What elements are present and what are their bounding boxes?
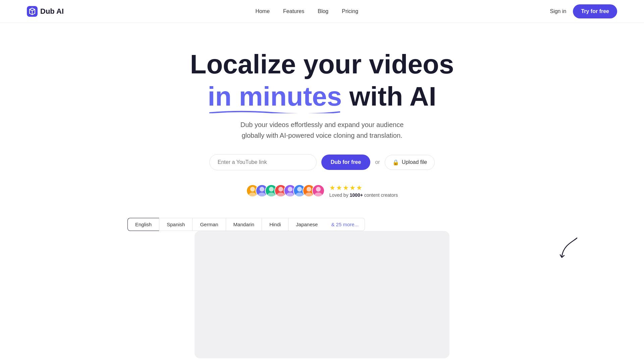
hero-highlight: in minutes bbox=[208, 82, 342, 111]
lang-tab-english[interactable]: English bbox=[127, 218, 159, 231]
lang-tab-japanese[interactable]: Japanese bbox=[288, 218, 325, 231]
svg-point-1 bbox=[250, 187, 255, 191]
hero-title-rest: with AI bbox=[342, 81, 436, 111]
svg-point-2 bbox=[249, 192, 256, 196]
svg-point-13 bbox=[307, 187, 311, 191]
lang-tab-hindi[interactable]: Hindi bbox=[262, 218, 288, 231]
lang-tab-spanish[interactable]: Spanish bbox=[159, 218, 192, 231]
callout-arrow-icon bbox=[557, 235, 584, 261]
nav-right: Sign in Try for free bbox=[550, 4, 617, 18]
logo-text: Dub AI bbox=[40, 7, 64, 16]
nav-home[interactable]: Home bbox=[255, 8, 270, 14]
svg-point-14 bbox=[305, 192, 313, 196]
sign-in-button[interactable]: Sign in bbox=[550, 8, 566, 14]
svg-point-8 bbox=[277, 192, 284, 196]
nav-blog[interactable]: Blog bbox=[318, 8, 328, 14]
callout-arrow-container bbox=[557, 235, 584, 263]
lang-tab-mandarin[interactable]: Mandarin bbox=[226, 218, 262, 231]
or-text: or bbox=[375, 159, 380, 165]
lang-tab-german[interactable]: German bbox=[192, 218, 225, 231]
hero-section: Localize your videos in minutes with AI … bbox=[0, 23, 644, 218]
svg-point-12 bbox=[296, 192, 303, 196]
youtube-input[interactable] bbox=[209, 154, 317, 170]
star-rating: ★★★★★ bbox=[329, 184, 363, 192]
stars-text: ★★★★★ Loved by 1000+ content creators bbox=[329, 184, 398, 198]
demo-section: English Spanish German Mandarin Hindi Ja… bbox=[0, 218, 644, 358]
svg-point-10 bbox=[286, 192, 294, 196]
loved-count: 1000+ bbox=[350, 192, 363, 198]
cta-row: Dub for free or 🔒 Upload file bbox=[209, 154, 435, 170]
loved-text: Loved by 1000+ content creators bbox=[329, 192, 398, 198]
upload-icon: 🔒 bbox=[392, 159, 399, 166]
svg-point-3 bbox=[260, 187, 264, 191]
nav-pricing[interactable]: Pricing bbox=[342, 8, 358, 14]
hero-subtitle: Dub your videos effortlessly and expand … bbox=[231, 119, 413, 141]
lang-tabs: English Spanish German Mandarin Hindi Ja… bbox=[127, 218, 365, 231]
svg-point-7 bbox=[278, 187, 283, 191]
nav-features[interactable]: Features bbox=[283, 8, 304, 14]
svg-point-5 bbox=[269, 187, 274, 191]
demo-player bbox=[195, 231, 449, 358]
dub-free-button[interactable]: Dub for free bbox=[321, 155, 371, 170]
lang-tab-more[interactable]: & 25 more... bbox=[325, 218, 365, 231]
hero-title-line2: in minutes with AI bbox=[208, 82, 436, 111]
upload-label: Upload file bbox=[402, 159, 427, 165]
social-proof: ★★★★★ Loved by 1000+ content creators bbox=[246, 184, 398, 198]
avatar bbox=[312, 184, 325, 197]
svg-point-11 bbox=[297, 187, 302, 191]
loved-prefix: Loved by bbox=[329, 192, 350, 198]
hero-title-line1: Localize your videos bbox=[190, 50, 454, 79]
logo-icon bbox=[27, 6, 38, 17]
try-free-button[interactable]: Try for free bbox=[573, 4, 617, 18]
nav-links: Home Features Blog Pricing bbox=[255, 8, 358, 14]
logo[interactable]: Dub AI bbox=[27, 6, 64, 17]
svg-point-6 bbox=[267, 192, 275, 196]
loved-suffix: content creators bbox=[363, 192, 398, 198]
svg-point-16 bbox=[314, 192, 322, 196]
callout-container: Check out the dubbing results bbox=[550, 231, 577, 263]
svg-point-4 bbox=[258, 192, 266, 196]
upload-file-button[interactable]: 🔒 Upload file bbox=[385, 155, 435, 170]
svg-point-15 bbox=[316, 187, 321, 191]
svg-point-9 bbox=[288, 187, 292, 191]
avatars bbox=[246, 184, 325, 197]
navbar: Dub AI Home Features Blog Pricing Sign i… bbox=[0, 0, 644, 23]
